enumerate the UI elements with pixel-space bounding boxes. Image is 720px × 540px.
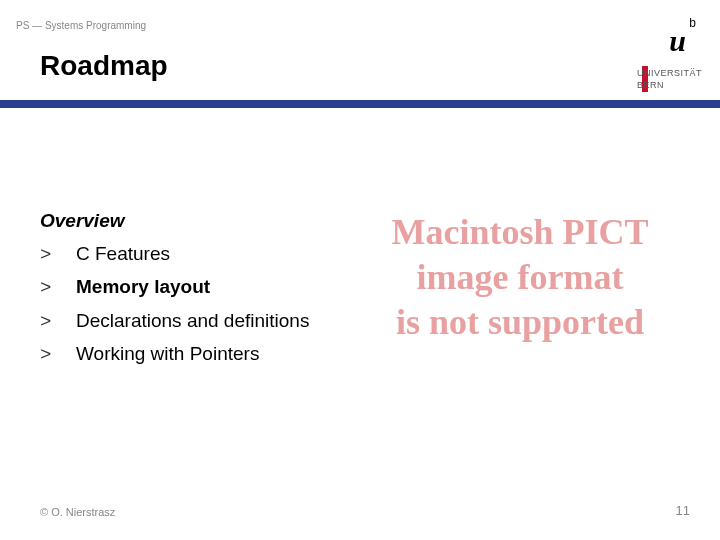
bullet-marker: > <box>40 340 58 371</box>
logo-line1: UNIVERSITÄT <box>637 68 702 80</box>
slide-title: Roadmap <box>40 50 168 82</box>
logo-text: UNIVERSITÄT BERN <box>637 68 702 91</box>
bullet-marker: > <box>40 240 58 271</box>
header-strip: PS — Systems Programming <box>16 20 146 31</box>
overview-heading: Overview <box>40 210 680 232</box>
university-logo: b u UNIVERSITÄT BERN <box>610 10 720 100</box>
item-text: Declarations and definitions <box>76 310 309 331</box>
item-text: C Features <box>76 243 170 264</box>
slide: PS — Systems Programming Roadmap b u UNI… <box>0 0 720 540</box>
divider-bar <box>0 100 720 108</box>
content-area: Overview >C Features >Memory layout >Dec… <box>40 210 680 371</box>
logo-superscript-b: b <box>689 16 696 30</box>
bullet-marker: > <box>40 307 58 338</box>
page-number: 11 <box>676 503 690 518</box>
list-item: >C Features <box>40 238 680 271</box>
list-item: >Memory layout <box>40 271 680 304</box>
list-item: >Declarations and definitions <box>40 305 680 338</box>
logo-letter-u: u <box>669 24 686 58</box>
list-item: >Working with Pointers <box>40 338 680 371</box>
bullet-marker: > <box>40 273 58 304</box>
item-text: Memory layout <box>76 276 210 297</box>
logo-line2: BERN <box>637 80 702 92</box>
item-text: Working with Pointers <box>76 343 259 364</box>
footer-copyright: © O. Nierstrasz <box>40 506 115 518</box>
